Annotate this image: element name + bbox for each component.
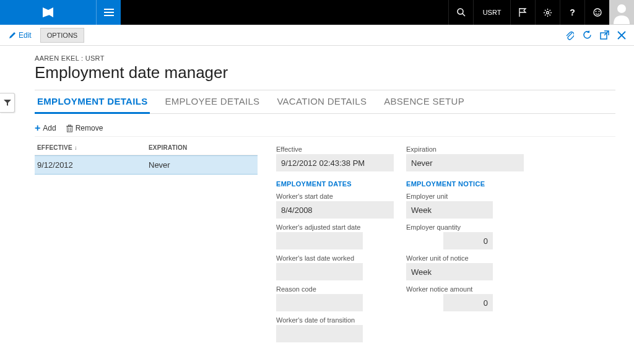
tab-employment-details[interactable]: EMPLOYMENT DETAILS bbox=[35, 90, 150, 114]
avatar-icon bbox=[611, 1, 632, 24]
close-icon bbox=[617, 31, 626, 40]
user-avatar[interactable] bbox=[609, 0, 634, 25]
svg-rect-1 bbox=[104, 12, 114, 13]
settings-button[interactable] bbox=[535, 0, 560, 25]
dynamics-icon bbox=[42, 6, 54, 19]
add-label: Add bbox=[43, 124, 56, 132]
edit-label: Edit bbox=[19, 31, 32, 40]
last-worked-label: Worker's last date worked bbox=[276, 254, 394, 262]
filter-handle[interactable] bbox=[0, 93, 15, 113]
refresh-button[interactable] bbox=[578, 27, 596, 44]
flag-button[interactable] bbox=[510, 0, 535, 25]
svg-point-6 bbox=[594, 9, 601, 16]
worker-amount-field[interactable] bbox=[443, 294, 493, 311]
col-effective[interactable]: EFFECTIVE ↓ bbox=[37, 144, 149, 151]
top-bar: USRT ? bbox=[0, 0, 634, 25]
remove-label: Remove bbox=[76, 124, 103, 132]
transition-date-field[interactable] bbox=[276, 325, 363, 342]
detail-form: Effective EMPLOYMENT DATES Worker's star… bbox=[276, 141, 615, 342]
form-col-left: Effective EMPLOYMENT DATES Worker's star… bbox=[276, 141, 394, 342]
gear-icon bbox=[543, 8, 552, 17]
hamburger-menu[interactable] bbox=[96, 0, 121, 25]
help-button[interactable]: ? bbox=[560, 0, 584, 25]
svg-line-4 bbox=[462, 14, 465, 16]
expiration-label: Expiration bbox=[406, 145, 524, 153]
close-button[interactable] bbox=[613, 27, 630, 44]
record-list: EFFECTIVE ↓ EXPIRATION 9/12/2012 Never bbox=[35, 141, 258, 342]
tab-vacation-details[interactable]: VACATION DETAILS bbox=[274, 90, 369, 113]
add-button[interactable]: + Add bbox=[35, 123, 56, 134]
feedback-button[interactable] bbox=[584, 0, 609, 25]
effective-field[interactable] bbox=[276, 154, 394, 171]
hamburger-icon bbox=[104, 8, 114, 17]
form-col-right: Expiration EMPLOYMENT NOTICE Employer un… bbox=[406, 141, 524, 342]
remove-button[interactable]: Remove bbox=[66, 124, 103, 132]
table-header: EFFECTIVE ↓ EXPIRATION bbox=[35, 141, 258, 155]
svg-point-5 bbox=[547, 11, 549, 14]
transition-date-label: Worker's date of transition bbox=[276, 316, 394, 324]
refresh-icon bbox=[583, 30, 592, 40]
adjusted-start-label: Worker's adjusted start date bbox=[276, 223, 394, 231]
app-logo[interactable] bbox=[0, 0, 96, 25]
list-actions: + Add Remove bbox=[35, 120, 615, 137]
tab-strip: EMPLOYMENT DETAILS EMPLOYEE DETAILS VACA… bbox=[35, 90, 615, 114]
svg-point-3 bbox=[458, 9, 463, 14]
col-expiration[interactable]: EXPIRATION bbox=[149, 144, 255, 151]
smiley-icon bbox=[593, 8, 602, 17]
worker-amount-label: Worker notice amount bbox=[406, 285, 524, 293]
svg-point-7 bbox=[595, 11, 596, 12]
worker-unit-field[interactable] bbox=[406, 263, 493, 280]
popout-button[interactable] bbox=[596, 27, 613, 44]
svg-rect-0 bbox=[104, 9, 114, 10]
pencil-icon bbox=[9, 32, 16, 39]
employment-dates-header: EMPLOYMENT DATES bbox=[276, 180, 394, 188]
edit-button[interactable]: Edit bbox=[4, 31, 37, 40]
search-button[interactable] bbox=[448, 0, 473, 25]
tab-employee-details[interactable]: EMPLOYEE DETAILS bbox=[162, 90, 262, 113]
company-selector[interactable]: USRT bbox=[473, 0, 510, 25]
last-worked-field[interactable] bbox=[276, 263, 363, 280]
help-icon: ? bbox=[570, 7, 575, 17]
plus-icon: + bbox=[35, 123, 40, 134]
start-date-field[interactable] bbox=[276, 201, 394, 219]
cell-effective: 9/12/2012 bbox=[37, 160, 149, 170]
table-row[interactable]: 9/12/2012 Never bbox=[35, 155, 258, 175]
attach-button[interactable] bbox=[561, 27, 578, 44]
filter-icon bbox=[4, 99, 11, 106]
tab-absence-setup[interactable]: ABSENCE SETUP bbox=[381, 90, 467, 113]
expiration-field[interactable] bbox=[406, 154, 524, 171]
worker-unit-label: Worker unit of notice bbox=[406, 254, 524, 262]
flag-icon bbox=[519, 8, 527, 17]
employer-unit-field[interactable] bbox=[406, 201, 493, 219]
employer-qty-label: Employer quantity bbox=[406, 223, 524, 231]
options-button[interactable]: OPTIONS bbox=[40, 28, 85, 43]
adjusted-start-field[interactable] bbox=[276, 232, 363, 249]
trash-icon bbox=[66, 124, 73, 132]
svg-rect-15 bbox=[68, 125, 71, 126]
top-spacer bbox=[121, 0, 448, 25]
reason-code-label: Reason code bbox=[276, 285, 394, 293]
svg-point-9 bbox=[617, 4, 626, 13]
action-bar: Edit OPTIONS bbox=[0, 25, 634, 46]
start-date-label: Worker's start date bbox=[276, 193, 394, 200]
main-split: EFFECTIVE ↓ EXPIRATION 9/12/2012 Never E… bbox=[35, 141, 615, 342]
effective-label: Effective bbox=[276, 145, 394, 153]
svg-rect-13 bbox=[67, 126, 72, 132]
search-icon bbox=[457, 8, 466, 17]
svg-rect-2 bbox=[104, 15, 114, 16]
employer-unit-label: Employer unit bbox=[406, 193, 524, 200]
cell-expiration: Never bbox=[149, 160, 255, 170]
page-title: Employment date manager bbox=[35, 63, 615, 82]
content-area: AAREN EKEL : USRT Employment date manage… bbox=[0, 46, 634, 349]
reason-code-field[interactable] bbox=[276, 294, 363, 311]
svg-point-8 bbox=[598, 11, 599, 12]
employer-qty-field[interactable] bbox=[443, 232, 493, 249]
breadcrumb: AAREN EKEL : USRT bbox=[35, 54, 615, 62]
employment-notice-header: EMPLOYMENT NOTICE bbox=[406, 180, 524, 188]
sort-down-icon: ↓ bbox=[74, 144, 77, 151]
paperclip-icon bbox=[565, 30, 574, 40]
popout-icon bbox=[600, 30, 609, 40]
